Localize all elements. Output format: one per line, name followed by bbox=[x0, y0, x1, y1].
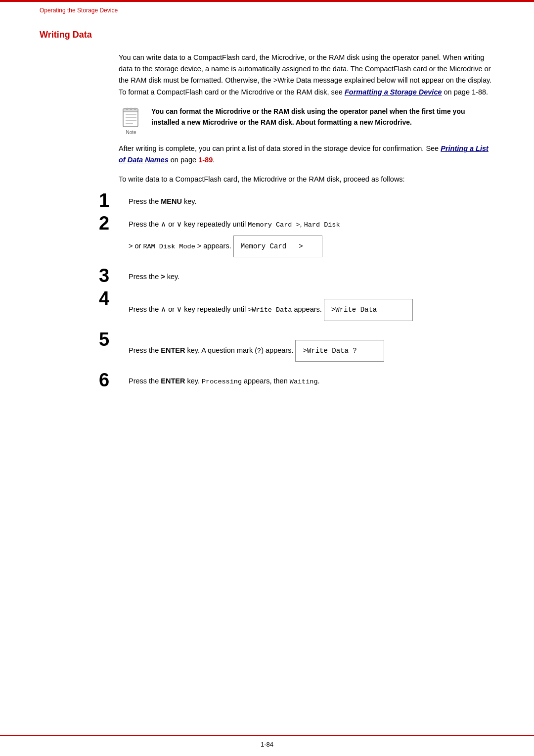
note-box: Note You can format the Microdrive or th… bbox=[119, 106, 494, 135]
page-content: Writing Data You can write data to a Com… bbox=[40, 30, 494, 395]
step-2-number: 2 bbox=[99, 214, 129, 233]
note-label: Note bbox=[126, 130, 136, 135]
body-p1-suffix: on page 1-88. bbox=[442, 88, 489, 96]
step-4-row: 4 Press the ∧ or ∨ key repeatedly until … bbox=[99, 291, 494, 326]
step-1-row: 1 Press the MENU key. bbox=[99, 193, 494, 210]
notepad-icon bbox=[121, 107, 141, 129]
body-p2-end: . bbox=[213, 156, 215, 164]
step-2-display: Memory Card > bbox=[233, 236, 322, 257]
step-6-content: Press the ENTER key. Processing appears,… bbox=[129, 376, 320, 387]
breadcrumb: Operating the Storage Device bbox=[40, 7, 118, 14]
step-3-number: 3 bbox=[99, 266, 129, 285]
step-5-row: 5 Press the ENTER key. A question mark (… bbox=[99, 332, 494, 367]
step-2-row: 2 Press the ∧ or ∨ key repeatedly until … bbox=[99, 216, 494, 262]
step-1-number: 1 bbox=[99, 191, 129, 210]
section-title: Writing Data bbox=[40, 30, 494, 40]
note-text: You can format the Microdrive or the RAM… bbox=[151, 106, 494, 128]
svg-point-7 bbox=[130, 108, 132, 110]
step-5-display: >Write Data ? bbox=[295, 340, 384, 362]
note-icon: Note bbox=[119, 107, 143, 135]
step-5-content: Press the ENTER key. A question mark (?)… bbox=[129, 335, 384, 367]
step-3-row: 3 Press the > key. bbox=[99, 268, 494, 285]
page-number: 1-84 bbox=[261, 741, 273, 748]
step-2-content: Press the ∧ or ∨ key repeatedly until Me… bbox=[129, 219, 340, 262]
step-1-content: Press the MENU key. bbox=[129, 196, 197, 207]
step-3-content: Press the > key. bbox=[129, 271, 179, 283]
step-4-content: Press the ∧ or ∨ key repeatedly until >W… bbox=[129, 294, 413, 326]
svg-point-8 bbox=[134, 108, 136, 110]
formatting-link[interactable]: Formatting a Storage Device bbox=[345, 88, 442, 96]
svg-point-6 bbox=[126, 108, 128, 110]
body-paragraph-2: After writing is complete, you can print… bbox=[119, 143, 494, 166]
body-p2-text: After writing is complete, you can print… bbox=[119, 144, 441, 152]
bottom-rule bbox=[0, 735, 534, 736]
body-paragraph-3: To write data to a CompactFlash card, th… bbox=[119, 174, 494, 185]
step-6-row: 6 Press the ENTER key. Processing appear… bbox=[99, 373, 494, 389]
top-rule bbox=[0, 0, 534, 2]
step-5-number: 5 bbox=[99, 330, 129, 349]
step-6-number: 6 bbox=[99, 371, 129, 389]
body-p2-page[interactable]: 1-89 bbox=[198, 156, 213, 164]
step-4-display: >Write Data bbox=[324, 299, 413, 321]
body-p2-suffix: on page bbox=[169, 156, 198, 164]
step-4-number: 4 bbox=[99, 289, 129, 308]
body-paragraph-1: You can write data to a CompactFlash car… bbox=[119, 52, 494, 98]
